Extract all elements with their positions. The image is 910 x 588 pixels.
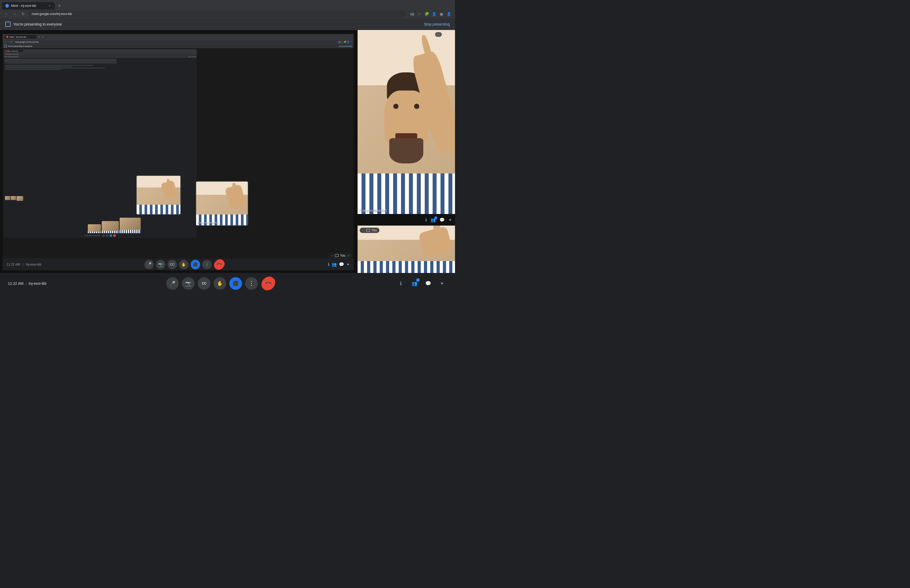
nested-time-2: 11:22 AM | tnj-esni-ikb: [84, 235, 100, 236]
meeting-id: tnj-esni-ikb: [29, 281, 47, 286]
nested-favicon-1: [6, 36, 8, 38]
francois-options-badge[interactable]: ···: [435, 32, 442, 37]
tab-title: Meet - tnj-esni-ikb: [11, 4, 45, 8]
you-badge-screen-icon: [366, 229, 370, 232]
you-pill-expand[interactable]: ⤢: [347, 254, 350, 257]
shared-meeting-id: tnj-esni-ikb: [26, 263, 41, 267]
nested-close-1[interactable]: ×: [39, 36, 40, 39]
active-tab[interactable]: Meet - tnj-esni-ikb ×: [2, 2, 55, 10]
people-right-button[interactable]: 👥 2: [409, 278, 420, 289]
expand-francois-icon[interactable]: ⤢: [450, 32, 453, 37]
participant-strip: François Beaufort ··· ⤢ ℹ 👥 2 💬 ✦: [357, 30, 455, 273]
chat-right-button[interactable]: 💬: [423, 278, 433, 289]
back-button[interactable]: ←: [3, 11, 10, 17]
raise-hand-button[interactable]: ✋: [213, 277, 226, 290]
strip-activities-icon[interactable]: ✦: [448, 217, 452, 222]
nested-new-tab-1[interactable]: +: [42, 36, 44, 39]
nested-level-3: [5, 59, 116, 203]
forward-button[interactable]: →: [11, 11, 18, 17]
captions-button[interactable]: CC: [198, 277, 210, 290]
francois-label-main: François Beaufort: [360, 208, 387, 212]
shared-activities-icon[interactable]: ✦: [346, 262, 350, 267]
nested-addr-bar-1: ← → ↻ meet.google.com/tnj-esni-ikb 📹 ☆ 🧩…: [3, 40, 354, 44]
tab-bar: Meet - tnj-esni-ikb × +: [0, 0, 455, 10]
shared-right-icons: ℹ 👥 💬 ✦: [328, 262, 350, 267]
present-button[interactable]: ⬛: [230, 277, 242, 290]
new-tab-button[interactable]: +: [56, 2, 63, 10]
chrome-toolbar-icons: 📹 ☆ 🧩 👤 ▣ 👤: [409, 11, 452, 17]
shared-people-icon[interactable]: 👥: [331, 262, 337, 267]
nested-tab-label-1: Meet - tnj-esni-ikb: [10, 36, 26, 38]
end-call-button[interactable]: 📞: [259, 274, 278, 293]
shared-chat-icon[interactable]: 💬: [339, 262, 344, 267]
shared-time: 11:22 AM: [6, 263, 20, 267]
francois-beard-main: [389, 138, 423, 163]
extensions-icon[interactable]: 🧩: [423, 11, 430, 17]
meeting-separator: |: [26, 281, 27, 286]
shared-more-btn[interactable]: ⋮: [202, 260, 212, 269]
francois-mid-tile-2: François Beaufort: [196, 181, 248, 226]
francois-eye-right: [414, 104, 419, 109]
shared-cc-btn[interactable]: CC: [168, 260, 177, 269]
nested-more-1[interactable]: ⋮: [350, 41, 352, 43]
profile-icon[interactable]: 👤: [431, 11, 437, 17]
nested-ctrl-2-2: [106, 234, 108, 237]
activities-right-button[interactable]: ✦: [436, 278, 447, 289]
account-icon[interactable]: 👤: [446, 11, 452, 17]
shared-end-btn[interactable]: 📞: [212, 257, 226, 270]
strip-bottom-controls: ℹ 👥 2 💬 ✦: [357, 214, 455, 226]
shared-cam-btn[interactable]: 📷: [156, 260, 165, 269]
nested-notif-2: You're presenting to everyone Stop prese…: [4, 55, 197, 58]
you-pill-label: You: [340, 254, 346, 257]
nested-level-1: Meet - tnj-esni-ikb × + ← → ↻ meet.googl…: [3, 34, 354, 270]
info-right-button[interactable]: ℹ: [396, 278, 406, 289]
strip-people-icon[interactable]: 👥 2: [430, 217, 436, 222]
nested-tab-1: Meet - tnj-esni-ikb: [5, 35, 36, 39]
you-shirt: [357, 261, 455, 273]
nested-thumb-2-2: [102, 221, 119, 235]
you-badge-label: You: [372, 228, 377, 232]
split-view-icon[interactable]: ▣: [438, 11, 444, 17]
tab-close-button[interactable]: ×: [47, 4, 52, 8]
nested-icon-ext: 🧩: [344, 41, 346, 43]
shared-mic-btn[interactable]: 🎤: [144, 260, 154, 269]
bookmark-icon[interactable]: ☆: [416, 11, 422, 17]
shared-hand-btn[interactable]: ✋: [179, 260, 189, 269]
reload-button[interactable]: ↻: [20, 11, 26, 17]
nested-icons-1: 📹 ☆ 🧩 👤 ⋮: [338, 41, 352, 43]
cam-icon-tile: [443, 32, 448, 36]
nested-addr-bar-2: meet.google.com/tnj-esni-ikb: [4, 53, 197, 55]
people-count-right: 2: [416, 278, 420, 282]
francois-eye-left: [393, 104, 398, 109]
strip-chat-icon[interactable]: 💬: [440, 217, 445, 222]
nested-toolbar-2: 11:22 AM | tnj-esni-ikb: [4, 233, 197, 238]
nested-thumb-2-3: [120, 218, 141, 235]
strip-info-icon[interactable]: ℹ: [425, 217, 427, 222]
nested-notif-text-1: You're presenting to everyone: [8, 45, 338, 47]
people-count-badge: 2: [434, 216, 437, 220]
nested-notif-text-2: You're presenting to everyone: [5, 56, 18, 57]
camera-button[interactable]: 📷: [182, 277, 195, 290]
nested-forward-1[interactable]: →: [7, 41, 10, 43]
options-dots-icon: ···: [437, 32, 440, 36]
nested-tab-2: Meet - tnj-esni-ikb: [5, 50, 23, 52]
nested-back-1[interactable]: ←: [4, 41, 6, 43]
nested-stop-1[interactable]: Stop presenting: [339, 45, 352, 47]
mic-button[interactable]: 🎤: [166, 277, 179, 290]
nested-thumb-3-2: [11, 196, 16, 200]
url-bar[interactable]: meet.google.com/tnj-esni-ikb: [28, 11, 407, 17]
shirt-stripe-1: [137, 205, 180, 215]
main-meet-area: Meet - tnj-esni-ikb × + ← → ↻ meet.googl…: [0, 30, 455, 273]
url-text: meet.google.com/tnj-esni-ikb: [32, 12, 72, 16]
nested-ctrl-2-end: [113, 234, 116, 237]
shared-info-icon[interactable]: ℹ: [328, 262, 330, 267]
you-expand-icon[interactable]: ⤢: [450, 228, 453, 232]
shared-screen-preview: Meet - tnj-esni-ikb × + ← → ↻ meet.googl…: [3, 34, 354, 270]
cast-icon[interactable]: 📹: [409, 11, 415, 17]
shared-present-btn[interactable]: ⬛: [191, 260, 200, 269]
stop-presenting-button[interactable]: Stop presenting: [424, 22, 450, 26]
nested-browser-bar-2: Meet - tnj-esni-ikb: [4, 49, 197, 53]
more-options-button[interactable]: ⋮: [245, 277, 258, 290]
you-pill-dots: ···: [331, 254, 333, 257]
nested-reload-1[interactable]: ↻: [11, 41, 12, 43]
